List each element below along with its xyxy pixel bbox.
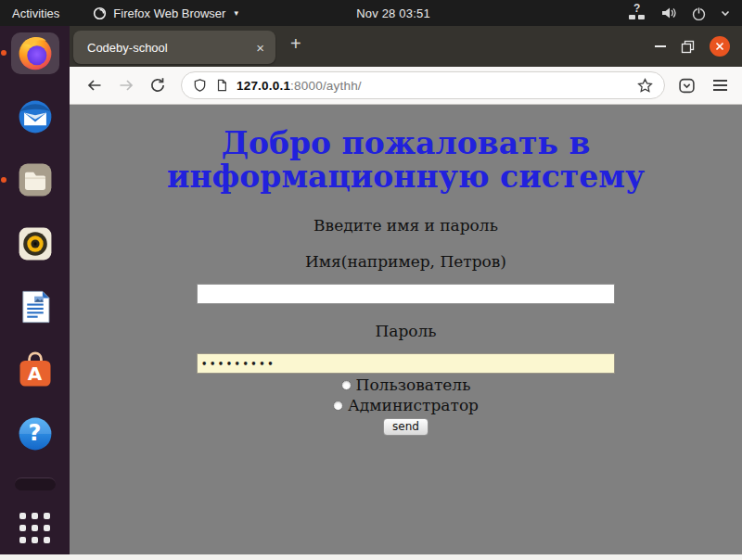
page-title-line2: информационную систему (70, 160, 742, 194)
back-button[interactable] (79, 77, 110, 94)
page-title: Добро пожаловать в информационную систем… (70, 127, 742, 194)
dock-item-rhythmbox[interactable] (11, 223, 59, 265)
name-label: Имя(например, Петров) (70, 252, 742, 271)
files-icon (15, 159, 56, 200)
chevron-down-icon (721, 9, 730, 17)
page-title-line1: Добро пожаловать в (70, 127, 742, 160)
running-indicator (1, 50, 6, 56)
app-menu-button[interactable]: Firefox Web Browser ▾ (93, 6, 238, 20)
shield-icon (193, 78, 207, 93)
dock-item-ubuntu-software[interactable]: A (11, 350, 59, 392)
url-text[interactable]: 127.0.0.1:8000/aythh/ (237, 79, 362, 93)
dock-item-files[interactable] (11, 159, 59, 201)
clock[interactable]: Nov 28 03:51 (356, 6, 430, 20)
password-label: Пароль (70, 322, 742, 340)
dock-item-firefox[interactable] (11, 32, 59, 74)
desktop: Activities Firefox Web Browser ▾ Nov 28 … (0, 0, 742, 560)
libreoffice-writer-icon (16, 286, 55, 327)
close-icon (715, 42, 724, 51)
password-input[interactable] (197, 353, 615, 374)
new-tab-button[interactable]: + (290, 33, 301, 55)
close-button[interactable] (710, 36, 730, 57)
forward-icon (118, 77, 134, 94)
reload-button[interactable] (142, 77, 173, 94)
web-page: Добро пожаловать в информационную систем… (70, 105, 742, 554)
navigation-toolbar: 127.0.0.1:8000/aythh/ (70, 67, 742, 105)
url-bar[interactable]: 127.0.0.1:8000/aythh/ (181, 71, 665, 99)
pocket-icon[interactable] (678, 77, 696, 95)
running-indicator (1, 177, 6, 183)
activities-button[interactable]: Activities (12, 6, 59, 20)
firefox-icon (15, 32, 56, 73)
gnome-top-bar: Activities Firefox Web Browser ▾ Nov 28 … (0, 0, 742, 26)
radio-user-label: Пользователь (356, 376, 471, 394)
menu-icon[interactable] (713, 80, 727, 91)
dock-item-libreoffice-writer[interactable] (11, 286, 59, 328)
dock-item-help[interactable]: ? (11, 414, 59, 455)
radio-admin[interactable] (333, 401, 343, 411)
radio-user[interactable] (341, 380, 352, 390)
rhythmbox-icon (15, 223, 56, 264)
network-unknown-icon: ? (628, 5, 646, 21)
power-icon (691, 6, 707, 21)
bookmark-star-icon[interactable] (637, 78, 653, 94)
tab-codeby-school[interactable]: Codeby-school × (73, 31, 275, 64)
window-controls (655, 26, 742, 67)
role-option-admin[interactable]: Администратор (70, 397, 742, 414)
restore-button[interactable] (681, 40, 695, 54)
thunderbird-icon (15, 96, 56, 137)
firefox-symbolic-icon (93, 6, 107, 20)
dock-item-thunderbird[interactable] (11, 96, 59, 138)
url-path: :8000/aythh/ (290, 79, 362, 93)
reload-icon (149, 77, 166, 94)
chevron-down-icon: ▾ (234, 8, 238, 18)
software-letter: A (28, 363, 42, 385)
help-question-glyph: ? (29, 420, 42, 446)
forward-button[interactable] (110, 77, 142, 94)
volume-icon (660, 6, 677, 20)
radio-admin-label: Администратор (348, 397, 479, 414)
back-icon (86, 77, 103, 94)
minimize-icon (655, 45, 666, 47)
role-option-user[interactable]: Пользователь (70, 376, 742, 394)
minimize-button[interactable] (655, 45, 666, 47)
dock-item-partial[interactable] (15, 477, 56, 491)
firefox-window: Codeby-school × + (70, 26, 742, 554)
app-menu-label: Firefox Web Browser (113, 6, 225, 20)
tab-close-icon[interactable]: × (254, 40, 266, 56)
system-tray[interactable]: ? (628, 5, 730, 21)
ubuntu-dock: A ? (0, 26, 70, 554)
send-button[interactable]: send (383, 418, 429, 436)
page-info-icon[interactable] (215, 78, 228, 93)
intro-text: Введите имя и пароль (70, 216, 742, 235)
name-input[interactable] (197, 284, 615, 304)
app-grid-button[interactable] (19, 513, 50, 543)
tab-title: Codeby-school (87, 41, 254, 55)
screen-bottom-edge (0, 554, 742, 560)
tab-bar: Codeby-school × + (70, 26, 742, 67)
url-host: 127.0.0.1 (237, 79, 290, 93)
